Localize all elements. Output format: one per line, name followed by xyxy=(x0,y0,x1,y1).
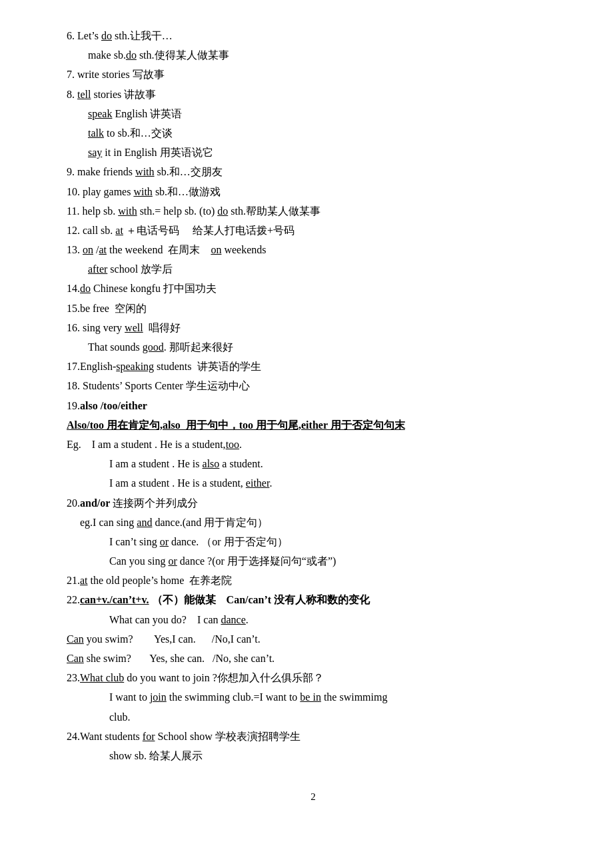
item-22-line3: Can you swim? Yes,I can. /No,I can’t. xyxy=(67,630,560,648)
item-16: 16. sing very well 唱得好 That sounds good.… xyxy=(67,319,560,356)
item-22-line4: Can she swim? Yes, she can. /No, she can… xyxy=(67,649,560,667)
item-20-line4: Can you sing or dance ?(or 用于选择疑问句“或者”) xyxy=(67,552,560,570)
item-18-line1: 18. Students’ Sports Center 学生运动中心 xyxy=(67,377,560,395)
item-19-eg3: I am a student . He is a student, either… xyxy=(67,474,560,492)
item-6-line1: 6. Let’s do sth.让我干… xyxy=(67,27,560,45)
item-18: 18. Students’ Sports Center 学生运动中心 xyxy=(67,377,560,395)
item-15-line1: 15.be free 空闲的 xyxy=(67,299,560,317)
main-content: 6. Let’s do sth.让我干… make sb.do sth.使得某人… xyxy=(67,27,560,765)
page-number: 2 xyxy=(67,791,560,803)
item-24: 24.Want students for School show 学校表演招聘学… xyxy=(67,727,560,765)
item-17-line1: 17.English-speaking students 讲英语的学生 xyxy=(67,357,560,375)
item-20-line3: I can’t sing or dance. （or 用于否定句） xyxy=(67,533,560,551)
item-24-line2: show sb. 给某人展示 xyxy=(67,747,560,765)
item-11-line1: 11. help sb. with sth.= help sb. (to) do… xyxy=(67,202,560,220)
item-20: 20.and/or 连接两个并列成分 eg.I can sing and dan… xyxy=(67,494,560,571)
item-23: 23.What club do you want to join ?你想加入什么… xyxy=(67,669,560,726)
item-22: 22.can+v./can’t+v. （不）能做某 Can/can’t 没有人称… xyxy=(67,591,560,667)
item-21: 21.at the old people’s home 在养老院 xyxy=(67,571,560,589)
item-23-line3: club. xyxy=(67,708,560,726)
item-9-line1: 9. make friends with sb.和…交朋友 xyxy=(67,163,560,181)
item-19: 19.also /too/either Also/too 用在肯定句,also … xyxy=(67,397,560,434)
item-8-line1: 8. tell stories 讲故事 xyxy=(67,85,560,103)
item-22-line2: What can you do? I can dance. xyxy=(67,611,560,629)
item-20-line1: 20.and/or 连接两个并列成分 xyxy=(67,494,560,512)
item-19-line2: Also/too 用在肯定句,also 用于句中，too 用于句尾,either… xyxy=(67,416,560,434)
item-14: 14.do Chinese kongfu 打中国功夫 xyxy=(67,279,560,297)
item-6-line2: make sb.do sth.使得某人做某事 xyxy=(67,46,560,64)
item-19-eg2: I am a student . He is also a student. xyxy=(67,455,560,473)
item-12: 12. call sb. at ＋电话号码 给某人打电话拨+号码 xyxy=(67,221,560,239)
item-6: 6. Let’s do sth.让我干… make sb.do sth.使得某人… xyxy=(67,27,560,64)
item-8: 8. tell stories 讲故事 speak English 讲英语 ta… xyxy=(67,85,560,162)
item-19-examples: Eg. I am a student . He is a student,too… xyxy=(67,435,560,493)
item-12-line1: 12. call sb. at ＋电话号码 给某人打电话拨+号码 xyxy=(67,221,560,239)
item-13-line1: 13. on /at the weekend 在周末 on weekends xyxy=(67,241,560,259)
item-13: 13. on /at the weekend 在周末 on weekends a… xyxy=(67,241,560,278)
item-20-line2: eg.I can sing and dance.(and 用于肯定句） xyxy=(67,513,560,531)
item-14-line1: 14.do Chinese kongfu 打中国功夫 xyxy=(67,279,560,297)
item-17: 17.English-speaking students 讲英语的学生 xyxy=(67,357,560,375)
item-7-line1: 7. write stories 写故事 xyxy=(67,65,560,83)
item-9: 9. make friends with sb.和…交朋友 xyxy=(67,163,560,181)
item-10-line1: 10. play games with sb.和…做游戏 xyxy=(67,183,560,201)
item-7: 7. write stories 写故事 xyxy=(67,65,560,83)
item-13-line2: after school 放学后 xyxy=(67,260,560,278)
item-11: 11. help sb. with sth.= help sb. (to) do… xyxy=(67,202,560,220)
item-22-line1: 22.can+v./can’t+v. （不）能做某 Can/can’t 没有人称… xyxy=(67,591,560,609)
item-16-line1: 16. sing very well 唱得好 xyxy=(67,319,560,337)
item-8-line4: say it in English 用英语说它 xyxy=(67,143,560,161)
item-15: 15.be free 空闲的 xyxy=(67,299,560,317)
item-23-line2: I want to join the swimming club.=I want… xyxy=(67,688,560,706)
item-16-line2: That sounds good. 那听起来很好 xyxy=(67,338,560,356)
item-8-line3: talk to sb.和…交谈 xyxy=(67,124,560,142)
item-19-line1: 19.also /too/either xyxy=(67,397,560,415)
item-8-line2: speak English 讲英语 xyxy=(67,105,560,123)
item-10: 10. play games with sb.和…做游戏 xyxy=(67,183,560,201)
item-24-line1: 24.Want students for School show 学校表演招聘学… xyxy=(67,727,560,745)
item-23-line1: 23.What club do you want to join ?你想加入什么… xyxy=(67,669,560,687)
item-21-line1: 21.at the old people’s home 在养老院 xyxy=(67,571,560,589)
item-19-eg1: Eg. I am a student . He is a student,too… xyxy=(67,435,560,453)
